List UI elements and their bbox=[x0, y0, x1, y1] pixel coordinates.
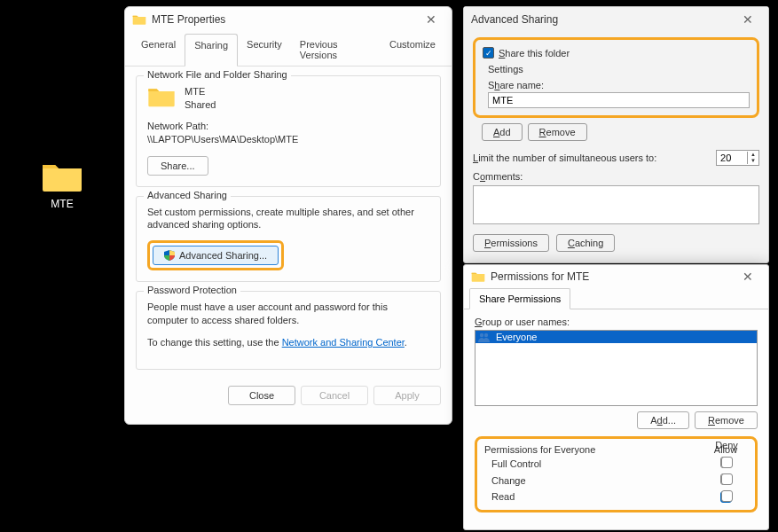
tab-share-permissions[interactable]: Share Permissions bbox=[469, 288, 570, 309]
deny-checkbox[interactable] bbox=[721, 457, 733, 468]
share-settings-highlight: ✓ Share this folder Settings Share name: bbox=[473, 37, 759, 118]
share-folder-label: Share this folder bbox=[499, 48, 570, 59]
shield-icon bbox=[164, 250, 175, 261]
advanced-sharing-titlebar: Advanced Sharing ✕ bbox=[464, 7, 768, 32]
properties-tabs: General Sharing Security Previous Versio… bbox=[125, 34, 452, 66]
share-folder-checkbox[interactable]: ✓ bbox=[483, 47, 494, 59]
deny-header: Deny bbox=[704, 436, 749, 454]
share-name-input[interactable] bbox=[488, 92, 750, 108]
share-name-label: Share name: bbox=[488, 80, 750, 90]
list-item[interactable]: Everyone bbox=[475, 331, 757, 343]
permissions-button[interactable]: Permissions bbox=[473, 234, 549, 252]
password-protection-desc: People must have a user account and pass… bbox=[147, 301, 429, 327]
deny-checkbox[interactable] bbox=[721, 473, 733, 485]
limit-label: Limit the number of simultaneous users t… bbox=[473, 153, 709, 163]
comments-input[interactable] bbox=[473, 185, 759, 224]
network-sharing-center-link[interactable]: Network and Sharing Center bbox=[282, 337, 405, 348]
password-protection-legend: Password Protection bbox=[144, 285, 240, 295]
advanced-sharing-desc: Set custom permissions, create multiple … bbox=[147, 206, 429, 232]
properties-window: MTE Properties ✕ General Sharing Securit… bbox=[124, 6, 452, 425]
folder-icon bbox=[132, 13, 146, 26]
network-path-label: Network Path: bbox=[147, 120, 429, 133]
spin-up-icon[interactable]: ▲ bbox=[748, 152, 758, 158]
properties-title: MTE Properties bbox=[152, 13, 418, 26]
permissions-title: Permissions for MTE bbox=[491, 270, 735, 283]
group-users-label: Group or user names: bbox=[475, 317, 758, 327]
add-button[interactable]: Add... bbox=[637, 411, 689, 429]
cancel-button[interactable]: Cancel bbox=[301, 386, 368, 405]
tab-customize[interactable]: Customize bbox=[381, 34, 444, 66]
network-path: \\LAPTOP\Users\MA\Desktop\MTE bbox=[147, 133, 429, 146]
properties-titlebar: MTE Properties ✕ bbox=[125, 7, 452, 32]
close-icon[interactable]: ✕ bbox=[418, 12, 444, 27]
advanced-sharing-group: Advanced Sharing Set custom permissions,… bbox=[136, 196, 441, 283]
folder-icon bbox=[147, 85, 176, 108]
close-icon[interactable]: ✕ bbox=[735, 12, 761, 27]
tab-security[interactable]: Security bbox=[238, 34, 291, 66]
folder-icon bbox=[471, 270, 485, 283]
group-icon bbox=[477, 332, 491, 342]
network-sharing-legend: Network File and Folder Sharing bbox=[144, 69, 291, 80]
deny-checkbox[interactable] bbox=[721, 490, 733, 502]
advanced-sharing-button-label: Advanced Sharing... bbox=[179, 250, 267, 261]
svg-point-1 bbox=[484, 333, 488, 337]
advanced-sharing-window: Advanced Sharing ✕ ✓ Share this folder S… bbox=[463, 6, 769, 263]
desktop-folder[interactable]: MTE bbox=[35, 160, 89, 210]
remove-button[interactable]: Remove bbox=[695, 411, 758, 429]
network-sharing-group: Network File and Folder Sharing MTE Shar… bbox=[136, 75, 441, 187]
limit-spinner[interactable]: ▲▼ bbox=[716, 150, 759, 166]
desktop-folder-label: MTE bbox=[35, 198, 89, 210]
password-protection-change: To change this setting, use the Network … bbox=[147, 336, 429, 349]
folder-icon bbox=[41, 160, 83, 193]
svg-point-0 bbox=[480, 333, 483, 337]
password-protection-group: Password Protection People must have a u… bbox=[136, 291, 441, 370]
limit-input[interactable] bbox=[717, 151, 747, 165]
permissions-titlebar: Permissions for MTE ✕ bbox=[464, 265, 768, 288]
advanced-sharing-highlight: Advanced Sharing... bbox=[147, 240, 284, 270]
permissions-for-label: Permissions for Everyone bbox=[484, 444, 703, 455]
caching-button[interactable]: Caching bbox=[556, 234, 615, 252]
advanced-sharing-button[interactable]: Advanced Sharing... bbox=[153, 246, 279, 265]
permission-name: Full Control bbox=[484, 458, 703, 469]
list-item-label: Everyone bbox=[496, 332, 537, 342]
tab-previous-versions[interactable]: Previous Versions bbox=[291, 34, 381, 66]
advanced-sharing-title: Advanced Sharing bbox=[471, 13, 735, 26]
close-button[interactable]: Close bbox=[228, 386, 295, 405]
properties-footer: Close Cancel Apply bbox=[125, 379, 452, 412]
group-users-list[interactable]: Everyone bbox=[475, 330, 758, 406]
share-status: Shared bbox=[185, 98, 216, 112]
advanced-sharing-legend: Advanced Sharing bbox=[144, 190, 231, 200]
close-icon[interactable]: ✕ bbox=[735, 270, 761, 284]
apply-button[interactable]: Apply bbox=[373, 386, 441, 405]
share-button[interactable]: Share... bbox=[147, 156, 208, 176]
remove-button[interactable]: Remove bbox=[528, 123, 587, 141]
tab-general[interactable]: General bbox=[132, 34, 185, 66]
settings-label: Settings bbox=[488, 64, 750, 74]
permission-name: Change bbox=[484, 475, 703, 486]
permission-name: Read bbox=[484, 491, 703, 502]
share-name: MTE bbox=[185, 85, 216, 98]
permissions-window: Permissions for MTE ✕ Share Permissions … bbox=[463, 264, 769, 530]
tab-sharing[interactable]: Sharing bbox=[185, 34, 238, 66]
comments-label: Comments: bbox=[473, 171, 759, 182]
add-button[interactable]: Add bbox=[482, 123, 523, 141]
spin-down-icon[interactable]: ▼ bbox=[748, 158, 758, 164]
